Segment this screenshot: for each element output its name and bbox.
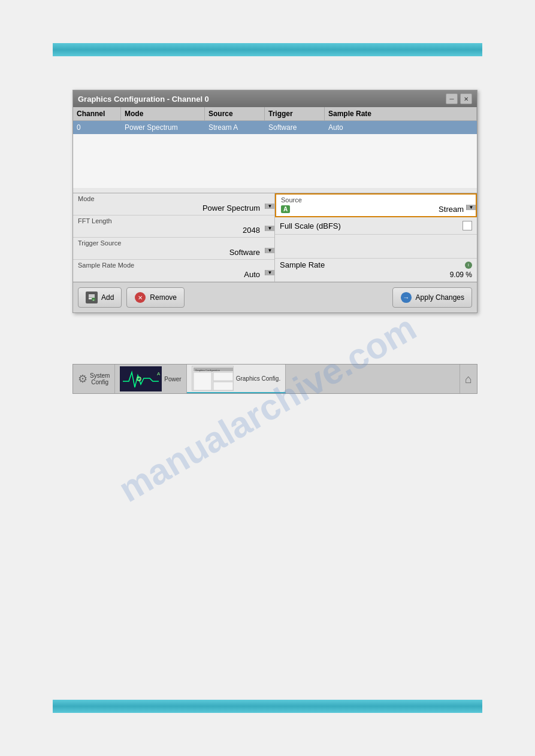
fft-value-row[interactable]: 2048 ▼ xyxy=(73,224,274,237)
col-trigger: Trigger xyxy=(265,107,325,120)
sample-rate-mode-dropdown-arrow[interactable]: ▼ xyxy=(265,270,274,275)
remove-button[interactable]: ✕ Remove xyxy=(126,287,185,308)
taskbar-item-graphics-config[interactable]: Graphics Configuration Graphics Config. xyxy=(187,365,286,393)
watermark: manualarchive.com xyxy=(104,303,431,515)
config-form: Mode Power Spectrum ▼ FFT Length 2048 ▼ … xyxy=(73,193,477,282)
mode-value-row[interactable]: Power Spectrum ▼ xyxy=(73,202,274,215)
col-channel: Channel xyxy=(73,107,121,120)
svg-text:→: → xyxy=(403,294,409,301)
form-right: Source A Stream ▼ Full Scale (dBFS) Samp… xyxy=(275,193,477,282)
table-empty-area xyxy=(73,134,477,188)
svg-text:Graphics Configuration: Graphics Configuration xyxy=(195,369,220,372)
sample-rate-label: Sample Rate xyxy=(280,260,325,269)
svg-text:✕: ✕ xyxy=(138,294,143,301)
table-header: Channel Mode Source Trigger Sample Rate xyxy=(73,107,477,121)
taskbar-power-label: Power xyxy=(164,376,181,382)
sample-rate-mode-label: Sample Rate Mode xyxy=(73,260,274,269)
svg-rect-15 xyxy=(213,372,233,381)
gear-icon: ⚙ xyxy=(78,372,87,385)
svg-text:A: A xyxy=(157,371,161,377)
svg-rect-14 xyxy=(194,372,211,390)
titlebar-buttons: ─ ✕ xyxy=(446,93,472,104)
source-value: Stream xyxy=(292,205,464,214)
source-label: Source xyxy=(276,195,476,204)
apply-svg-icon: → xyxy=(400,291,412,304)
power-thumb-svg: A xyxy=(120,366,162,391)
full-scale-label: Full Scale (dBFS) xyxy=(280,221,341,230)
trigger-dropdown-arrow[interactable]: ▼ xyxy=(265,248,274,253)
sample-rate-mode-value-row[interactable]: Auto ▼ xyxy=(73,269,274,281)
bottom-bar xyxy=(53,700,482,713)
home-icon: ⌂ xyxy=(465,372,472,386)
taskbar-graphics-label: Graphics Config. xyxy=(236,375,280,382)
footer-left-buttons: + Add ✕ Remove xyxy=(78,287,185,308)
sample-rate-mode-row: Sample Rate Mode Auto ▼ xyxy=(73,260,274,282)
remove-icon: ✕ xyxy=(134,292,146,303)
fft-row: FFT Length 2048 ▼ xyxy=(73,215,274,238)
cell-source: Stream A xyxy=(205,121,265,134)
svg-rect-16 xyxy=(213,382,233,390)
col-mode: Mode xyxy=(121,107,205,120)
form-left: Mode Power Spectrum ▼ FFT Length 2048 ▼ … xyxy=(73,193,275,282)
col-samplerate: Sample Rate xyxy=(325,107,477,120)
add-svg-icon: + xyxy=(87,293,96,302)
sample-rate-info-icon[interactable]: i xyxy=(465,262,472,269)
full-scale-row: Full Scale (dBFS) xyxy=(275,217,477,235)
taskbar-item-system-config[interactable]: ⚙ SystemConfig xyxy=(73,365,115,393)
table-row[interactable]: 0 Power Spectrum Stream A Software Auto xyxy=(73,121,477,134)
mode-value: Power Spectrum xyxy=(78,204,262,212)
mode-dropdown-arrow[interactable]: ▼ xyxy=(265,204,274,209)
apply-icon: → xyxy=(400,292,412,303)
dialog-title: Graphics Configuration - Channel 0 xyxy=(78,95,209,104)
graphics-config-dialog: Graphics Configuration - Channel 0 ─ ✕ C… xyxy=(72,90,477,313)
trigger-row: Trigger Source Software ▼ xyxy=(73,238,274,260)
cell-mode: Power Spectrum xyxy=(121,121,205,134)
fft-label: FFT Length xyxy=(73,215,274,224)
cell-channel: 0 xyxy=(73,121,121,134)
apply-label: Apply Changes xyxy=(416,293,464,302)
remove-svg-icon: ✕ xyxy=(134,292,146,303)
top-bar xyxy=(53,43,482,56)
mode-label: Mode xyxy=(73,193,274,202)
fft-dropdown-arrow[interactable]: ▼ xyxy=(265,226,274,231)
full-scale-checkbox[interactable] xyxy=(463,221,472,230)
remove-label: Remove xyxy=(150,293,177,302)
minimize-button[interactable]: ─ xyxy=(446,93,458,104)
col-source: Source xyxy=(205,107,265,120)
cell-trigger: Software xyxy=(265,121,325,134)
source-row[interactable]: Source A Stream ▼ xyxy=(275,193,477,217)
stream-badge: A xyxy=(281,205,290,213)
taskbar-item-power[interactable]: A Power xyxy=(115,365,186,393)
trigger-value-row[interactable]: Software ▼ xyxy=(73,247,274,259)
graphics-thumbnail: Graphics Configuration xyxy=(192,366,234,391)
svg-text:+: + xyxy=(92,298,95,302)
svg-rect-0 xyxy=(89,296,95,297)
dialog-titlebar: Graphics Configuration - Channel 0 ─ ✕ xyxy=(73,90,477,107)
dialog-footer: + Add ✕ Remove → xyxy=(73,282,477,312)
svg-rect-1 xyxy=(89,294,95,296)
taskbar-spacer xyxy=(286,365,460,393)
fft-value: 2048 xyxy=(78,226,262,235)
apply-button[interactable]: → Apply Changes xyxy=(392,287,472,308)
add-icon: + xyxy=(86,292,98,303)
sample-rate-header: Sample Rate i xyxy=(275,259,477,269)
taskbar-home-button[interactable]: ⌂ xyxy=(460,365,477,393)
power-thumbnail: A xyxy=(120,366,162,391)
graphics-thumb-svg: Graphics Configuration xyxy=(192,366,234,391)
close-button[interactable]: ✕ xyxy=(460,93,472,104)
spacer-right xyxy=(275,235,477,259)
sample-rate-row: Sample Rate i 9.09 % xyxy=(275,259,477,282)
source-dropdown-arrow[interactable]: ▼ xyxy=(466,205,476,210)
add-label: Add xyxy=(101,293,114,302)
trigger-value: Software xyxy=(78,248,262,257)
add-button[interactable]: + Add xyxy=(78,287,122,308)
mode-row: Mode Power Spectrum ▼ xyxy=(73,193,274,215)
sample-rate-mode-value: Auto xyxy=(78,270,262,279)
trigger-label: Trigger Source xyxy=(73,238,274,247)
source-value-row[interactable]: A Stream ▼ xyxy=(276,204,476,216)
taskbar: ⚙ SystemConfig A Power Graphics Configur… xyxy=(72,364,477,394)
table-body: 0 Power Spectrum Stream A Software Auto xyxy=(73,121,477,193)
sample-rate-value: 9.09 % xyxy=(275,269,477,281)
taskbar-system-config-label: SystemConfig xyxy=(90,372,110,385)
cell-samplerate: Auto xyxy=(325,121,477,134)
